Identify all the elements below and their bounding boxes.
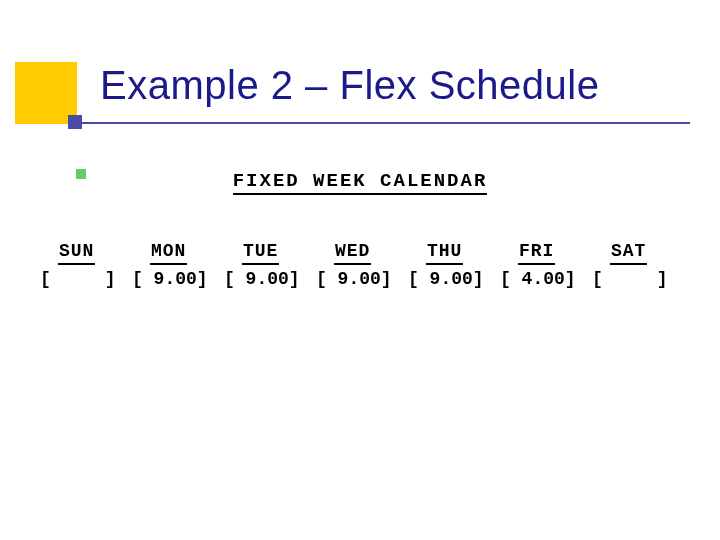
day-col-fri: FRI [ 4.00] — [500, 239, 588, 292]
day-cell: [ 9.00] — [132, 267, 208, 291]
title-divider — [80, 122, 690, 124]
day-cell: [ ] — [40, 267, 116, 291]
day-col-thu: THU [ 9.00] — [408, 239, 496, 292]
week-row: SUN [ ] MON [ 9.00] TUE [ 9.00] WED [ 9.… — [40, 239, 680, 292]
day-col-sat: SAT [ ] — [592, 239, 680, 292]
day-cell: [ 9.00] — [408, 267, 484, 291]
day-label: THU — [426, 239, 463, 265]
day-col-sun: SUN [ ] — [40, 239, 128, 292]
day-cell: [ ] — [592, 267, 668, 291]
day-label: SAT — [610, 239, 647, 265]
day-col-tue: TUE [ 9.00] — [224, 239, 312, 292]
day-label: TUE — [242, 239, 279, 265]
day-label: MON — [150, 239, 187, 265]
day-cell: [ 4.00] — [500, 267, 576, 291]
slide: Example 2 – Flex Schedule FIXED WEEK CAL… — [0, 0, 720, 540]
day-cell: [ 9.00] — [316, 267, 392, 291]
day-label: SUN — [58, 239, 95, 265]
day-col-mon: MON [ 9.00] — [132, 239, 220, 292]
day-label: WED — [334, 239, 371, 265]
slide-body: FIXED WEEK CALENDAR SUN [ ] MON [ 9.00] … — [40, 160, 680, 292]
day-label: FRI — [518, 239, 555, 265]
slide-title: Example 2 – Flex Schedule — [100, 63, 599, 108]
day-col-wed: WED [ 9.00] — [316, 239, 404, 292]
day-cell: [ 9.00] — [224, 267, 300, 291]
calendar-heading: FIXED WEEK CALENDAR — [233, 170, 488, 195]
